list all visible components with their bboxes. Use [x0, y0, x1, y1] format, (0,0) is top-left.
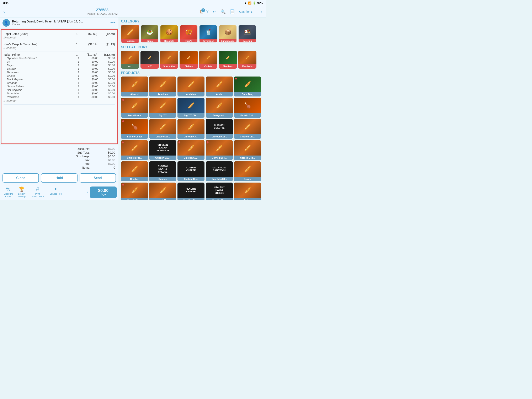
category-item-sides[interactable]: 🥗 Sides: [140, 25, 159, 43]
product-item-chicken-par---[interactable]: ✱ 🥖 Chicken Par...: [121, 140, 148, 160]
subcategory-item-specialties[interactable]: 🥖 Specialties: [160, 51, 178, 69]
category-item-catering[interactable]: 🍱 Catering: [238, 25, 256, 43]
product-item-healthy-ha---[interactable]: HEALTHYHAM &CHEESE Healthy Ha...: [206, 183, 233, 200]
subcategory-item-diablos[interactable]: 🥖 Diablos: [180, 51, 198, 69]
header-badge[interactable]: 📋 2: [200, 10, 204, 13]
pay-button[interactable]: $0.00 Pay: [90, 187, 117, 198]
product-image: 🥖: [234, 119, 261, 134]
product-item-crusher[interactable]: 🥖 Crusher: [121, 161, 148, 181]
product-image: 🥖: [177, 77, 204, 92]
undo-icon[interactable]: ↩: [213, 9, 216, 14]
search-icon[interactable]: 🔍: [221, 9, 226, 14]
modifier-name: Hot Capicola: [7, 88, 76, 91]
subcategory-item-a-l[interactable]: 🥖 A-L: [121, 51, 139, 69]
product-item-cheese-del---[interactable]: 🥖 Cheese Del...: [149, 119, 176, 139]
modifier-row: Oil 1 $0.00 $0.00: [4, 60, 115, 64]
product-item-chicken-ch---[interactable]: 🥖 Chicken Ch...: [177, 119, 204, 139]
product-item-chicken-sal---[interactable]: CHICKENSALADSANDWICH Chicken Sal...: [149, 140, 176, 160]
product-item-corned-bee---[interactable]: 🥖 Corned Bee...: [234, 140, 261, 160]
subcategory-item-cutlets[interactable]: 🥖 Cutlets: [199, 51, 217, 69]
guest-avatar: 👤: [2, 19, 10, 27]
close-button[interactable]: Close: [2, 174, 39, 183]
product-item-gianna[interactable]: 🥖 Gianna: [234, 161, 261, 181]
modifier-row: Lettuce 1 $0.00 $0.00: [4, 67, 115, 71]
pay-label: Pay: [101, 193, 106, 196]
subcategory-image: 🥖: [140, 51, 159, 64]
surcharge-row: Surcharge: $0.00: [3, 155, 115, 158]
product-item-big--t-[interactable]: 🥖 Big "T": [149, 98, 176, 118]
subcategory-item-m-z[interactable]: 🥖 M-Z: [140, 51, 159, 69]
category-item-herr's[interactable]: 🥨 Herr's: [180, 25, 198, 43]
tax-label: Tax:: [70, 158, 90, 162]
subcategory-item-meatless[interactable]: 🥖 Meatless: [219, 51, 237, 69]
product-label: Audiablo: [177, 92, 204, 97]
product-item-ham---che---[interactable]: 🥖 Ham & Che...: [149, 183, 176, 200]
order-item[interactable]: Herr's Crisp 'N Tasty (1oz) 1 ($1.19) ($…: [4, 41, 115, 52]
category-item-lunchboxes[interactable]: 📦 Lunchboxes: [219, 25, 237, 43]
order-item[interactable]: Pepsi Bottle (20oz) 1 ($2.59) ($2.59) (R…: [4, 31, 115, 41]
loyalty-lookup-button[interactable]: 🏆 LoyaltyLookup: [16, 185, 28, 199]
product-item-chicken-su---[interactable]: ✱ 🥖 Chicken Su...: [177, 140, 204, 160]
product-item-audiablo[interactable]: 🥖 Audiablo: [177, 77, 204, 97]
service-fee-button[interactable]: ✦ Service Fee: [47, 185, 64, 199]
product-item-audie[interactable]: 🥖 Audie: [206, 77, 233, 97]
product-item-egg-salad-s---[interactable]: EGG SALADSANDWICH Egg Salad S...: [206, 161, 233, 181]
more-options-button[interactable]: •••: [110, 20, 116, 25]
product-item-bologna-----[interactable]: 🥖 Bologna &...: [206, 98, 233, 118]
product-label: Cheese Del...: [149, 134, 176, 139]
star-icon: ✱: [121, 183, 124, 187]
category-item-desserts[interactable]: 🍪 Desserts: [160, 25, 178, 43]
product-image: EGG SALADSANDWICH: [206, 161, 233, 177]
modifier-qty: 1: [76, 64, 82, 67]
product-item-buffalo-cutlet[interactable]: ✱ 🍗 Buffalo Cutlet: [121, 119, 148, 139]
star-icon: ✱: [121, 141, 124, 144]
subcategory-item-meatballs[interactable]: 🥖 Meatballs: [238, 51, 256, 69]
product-image: ✱ 🥖: [121, 140, 148, 155]
product-item-healthy-che---[interactable]: HEALTHYCHEESE Healthy Che...: [177, 183, 204, 200]
product-image: 🍗: [234, 98, 261, 113]
order-item[interactable]: Italian Primo 1 ($12.49) ($12.49) Signat…: [4, 52, 115, 105]
product-item-chicken-dia---[interactable]: 🥖 Chicken Dia...: [234, 119, 261, 139]
modifier-name: Oregano: [7, 81, 76, 84]
modifier-qty: 1: [76, 96, 82, 99]
product-item-custom-ch---[interactable]: CUSTOMCHEESE Custom Ch...: [177, 161, 204, 181]
product-item-italian[interactable]: 🥖 Italian: [234, 183, 261, 200]
product-item-abruzzi[interactable]: 🥖 Abruzzi: [121, 77, 148, 97]
category-label: Sides: [141, 39, 158, 43]
modifier-price: $0.00: [82, 92, 98, 95]
discount-order-button[interactable]: % DiscountOrder: [2, 185, 15, 199]
order-item-qty: 1: [74, 53, 80, 56]
category-item-beverages[interactable]: 🥤 Beverages: [199, 25, 217, 43]
order-item-total: ($1.19): [98, 43, 115, 46]
order-item-name: Pepsi Bottle (20oz): [4, 32, 73, 36]
product-item-bada-boom[interactable]: ✱ 🥖 Bada Boom: [121, 98, 148, 118]
logout-icon[interactable]: ⤷: [259, 9, 263, 14]
product-item-custom[interactable]: CUSTOMMEAT &CHEESE Custom: [149, 161, 176, 181]
send-button[interactable]: Send: [80, 174, 116, 183]
category-label: Catering: [239, 39, 256, 43]
product-item-ham---che---[interactable]: ✱ 🥖 Ham & Che...: [121, 183, 148, 200]
expand-arrow[interactable]: ›: [85, 190, 90, 194]
print-guest-check-button[interactable]: 🖨 PrintGuest Check: [29, 185, 46, 199]
copy-icon[interactable]: 📄: [230, 9, 235, 14]
product-label: Buffalo Chi...: [234, 113, 261, 118]
product-item-bada-bing[interactable]: ✱ 🥖 Bada Bing: [234, 77, 261, 97]
product-item-corned-bee---[interactable]: ✱ 🥖 Corned Bee...: [206, 140, 233, 160]
category-item-hoagies[interactable]: 🥖 Hoagies: [121, 25, 139, 43]
modifier-total: $0.00: [98, 60, 115, 63]
hold-button[interactable]: Hold: [41, 174, 77, 183]
product-item-buffalo-chi---[interactable]: 🍗 Buffalo Chi...: [234, 98, 261, 118]
modifier-qty: 1: [76, 71, 82, 74]
product-image: ✱ 🥖: [206, 140, 233, 155]
product-image: 🥖: [206, 98, 233, 113]
total-value: $0.00: [103, 162, 115, 166]
subtotal-value: $0.00: [103, 151, 115, 154]
product-item-chicken-col---[interactable]: CHICKENCOLETTE Chicken Col...: [206, 119, 233, 139]
help-button[interactable]: ?: [206, 9, 209, 14]
product-item-american[interactable]: 🥖 American: [149, 77, 176, 97]
tax-value: $0.00: [103, 158, 115, 162]
modifier-name: Signature Seeded Bread: [7, 57, 76, 60]
back-button[interactable]: ‹: [3, 9, 5, 14]
star-icon: ✱: [235, 77, 237, 80]
product-item-big--t--dia---[interactable]: 🥖 Big "T" Dia...: [177, 98, 204, 118]
